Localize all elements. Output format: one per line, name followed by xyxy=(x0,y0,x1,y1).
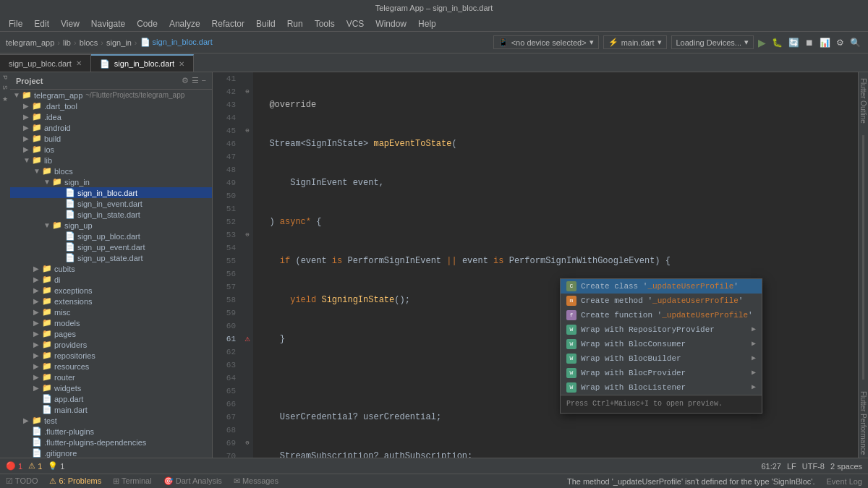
layout-icon[interactable]: ☰ xyxy=(192,76,199,85)
minimize-icon[interactable]: − xyxy=(202,76,206,85)
profile-icon[interactable]: 📊 xyxy=(818,36,832,49)
tree-misc[interactable]: ▶ 📁 misc xyxy=(10,307,212,317)
tree-gitignore[interactable]: 📄 .gitignore xyxy=(10,448,212,458)
menu-window[interactable]: Window xyxy=(370,17,412,30)
tree-repositories[interactable]: ▶ 📁 repositories xyxy=(10,350,212,361)
sidebar-structure-icon[interactable]: S xyxy=(1,85,9,90)
menu-tools[interactable]: Tools xyxy=(309,17,341,30)
search-everywhere-icon[interactable]: 🔍 xyxy=(848,36,862,49)
main-dart-selector[interactable]: ⚡ main.dart ▾ xyxy=(603,35,667,49)
tree-models-label: models xyxy=(54,319,80,328)
loading-selector[interactable]: Loading Devices... ▾ xyxy=(671,35,754,49)
tree-router[interactable]: ▶ 📁 router xyxy=(10,372,212,382)
gutter-42[interactable]: ⊖ xyxy=(242,85,253,98)
stop-icon[interactable]: ⏹ xyxy=(804,36,815,49)
tree-build[interactable]: ▶ 📁 build xyxy=(10,133,212,144)
tree-blocs[interactable]: ▼ 📁 blocs xyxy=(10,166,212,176)
ac-wrap-blocprovider[interactable]: W Wrap with BlocProvider ▶ xyxy=(561,366,762,380)
tree-widgets[interactable]: ▶ 📁 widgets xyxy=(10,382,212,393)
menu-build[interactable]: Build xyxy=(250,17,281,30)
menu-navigate[interactable]: Navigate xyxy=(85,17,131,30)
code-content[interactable]: @override Stream<SignInState> mapEventTo… xyxy=(253,72,858,458)
tree-idea[interactable]: ▶ 📁 .idea xyxy=(10,111,212,122)
menu-vcs[interactable]: VCS xyxy=(341,17,370,30)
status-warnings[interactable]: ⚠ 1 xyxy=(28,461,42,471)
tree-android[interactable]: ▶ 📁 android xyxy=(10,122,212,133)
gutter-69[interactable]: ⊖ xyxy=(242,437,253,450)
code-editor[interactable]: 41 42 43 44 45 46 47 48 49 50 51 52 53 5… xyxy=(213,72,858,458)
tree-pages[interactable]: ▶ 📁 pages xyxy=(10,328,212,339)
debug-icon[interactable]: 🐛 xyxy=(770,36,784,49)
tree-ios[interactable]: ▶ 📁 ios xyxy=(10,144,212,155)
ac-create-function[interactable]: f Create function '_updateUserProfile' xyxy=(561,308,762,322)
sidebar-project-icon[interactable]: P xyxy=(1,75,9,80)
menu-run[interactable]: Run xyxy=(281,17,309,30)
flutter-performance-label[interactable]: Flutter Performance xyxy=(859,388,867,458)
tree-sign-in[interactable]: ▼ 📁 sign_in xyxy=(10,176,212,187)
tab-sign-in-bloc[interactable]: 📄 sign_in_bloc.dart ✕ xyxy=(91,54,194,72)
flutter-outline-label[interactable]: Flutter Outline xyxy=(859,75,867,127)
tree-sign-in-bloc[interactable]: 📄 sign_in_bloc.dart xyxy=(10,187,212,198)
tab-sign-up-bloc[interactable]: sign_up_bloc.dart ✕ xyxy=(0,54,91,72)
tree-main-dart[interactable]: 📄 main.dart xyxy=(10,404,212,415)
tree-app-dart[interactable]: 📄 app.dart xyxy=(10,393,212,404)
tree-models[interactable]: ▶ 📁 models xyxy=(10,317,212,328)
tree-sign-up-bloc[interactable]: 📄 sign_up_bloc.dart xyxy=(10,231,212,241)
ac-wrap-blocconsumer[interactable]: W Wrap with BlocConsumer ▶ xyxy=(561,337,762,351)
ac-create-method[interactable]: m Create method '_updateUserProfile' xyxy=(561,294,762,308)
run-button[interactable]: ▶ xyxy=(758,37,766,48)
chevron-right-icon: ▶ xyxy=(752,367,756,380)
settings-icon[interactable]: ⚙ xyxy=(835,36,846,49)
bottom-messages[interactable]: ✉ Messages xyxy=(234,476,278,486)
bottom-problems[interactable]: ⚠ 6: Problems xyxy=(49,476,101,486)
tree-cubits[interactable]: ▶ 📁 cubits xyxy=(10,263,212,274)
tree-resources[interactable]: ▶ 📁 resources xyxy=(10,361,212,372)
status-indent[interactable]: 2 spaces xyxy=(830,462,862,471)
sidebar-favorites-icon[interactable]: ★ xyxy=(1,95,9,103)
tab-sign-up-close-icon[interactable]: ✕ xyxy=(76,59,82,67)
tree-dart-tool[interactable]: ▶ 📁 .dart_tool xyxy=(10,100,212,111)
gear-icon[interactable]: ⚙ xyxy=(182,76,189,85)
bottom-todo[interactable]: ☑ TODO xyxy=(6,476,38,486)
tree-di[interactable]: ▶ 📁 di xyxy=(10,274,212,285)
position-text: 61:27 xyxy=(761,462,781,471)
status-line-endings[interactable]: LF xyxy=(787,462,796,471)
tree-root[interactable]: ▼ 📁 telegram_app ~/FlutterProjects/teleg… xyxy=(10,90,212,100)
tree-test[interactable]: ▶ 📁 test xyxy=(10,415,212,426)
tree-lib[interactable]: ▼ 📁 lib xyxy=(10,155,212,166)
menu-analyze[interactable]: Analyze xyxy=(163,17,206,30)
menu-help[interactable]: Help xyxy=(412,17,442,30)
code-line-49: UserCredential? userCredential; xyxy=(259,411,858,424)
menu-refactor[interactable]: Refactor xyxy=(206,17,250,30)
status-hints[interactable]: 💡 1 xyxy=(48,461,64,471)
tree-sign-in-event[interactable]: 📄 sign_in_event.dart xyxy=(10,198,212,209)
menu-edit[interactable]: Edit xyxy=(28,17,55,30)
menu-file[interactable]: File xyxy=(3,17,28,30)
status-errors[interactable]: 🔴 1 xyxy=(6,461,22,471)
tree-sign-up[interactable]: ▼ 📁 sign_up xyxy=(10,220,212,231)
ac-wrap-bloclistener[interactable]: W Wrap with BlocListener ▶ xyxy=(561,380,762,395)
event-log-button[interactable]: Event Log xyxy=(826,477,862,486)
gutter-53[interactable]: ⊖ xyxy=(242,228,253,241)
menu-code[interactable]: Code xyxy=(131,17,163,30)
tree-sign-up-event[interactable]: 📄 sign_up_event.dart xyxy=(10,241,212,252)
status-encoding[interactable]: UTF-8 xyxy=(802,462,825,471)
tab-sign-in-close-icon[interactable]: ✕ xyxy=(179,60,184,68)
gutter-45[interactable]: ⊖ xyxy=(242,124,253,137)
menu-view[interactable]: View xyxy=(55,17,85,30)
bottom-dart-analysis[interactable]: 🎯 Dart Analysis xyxy=(163,476,222,486)
tree-flutter-plugins[interactable]: 📄 .flutter-plugins xyxy=(10,426,212,437)
tree-flutter-plugins-dep[interactable]: 📄 .flutter-plugins-dependencies xyxy=(10,437,212,448)
tree-extensions[interactable]: ▶ 📁 extensions xyxy=(10,296,212,307)
reload-icon[interactable]: 🔄 xyxy=(787,36,801,49)
tree-providers[interactable]: ▶ 📁 providers xyxy=(10,339,212,350)
device-selector[interactable]: 📱 <no device selected> ▾ xyxy=(493,35,599,49)
tree-exceptions[interactable]: ▶ 📁 exceptions xyxy=(10,285,212,296)
bottom-terminal[interactable]: ⊞ Terminal xyxy=(113,476,151,486)
tree-sign-in-state[interactable]: 📄 sign_in_state.dart xyxy=(10,209,212,220)
ac-create-class[interactable]: C Create class '_updateUserProfile' xyxy=(561,279,762,294)
tree-sign-up-state[interactable]: 📄 sign_up_state.dart xyxy=(10,252,212,263)
autocomplete-dropdown[interactable]: C Create class '_updateUserProfile' m Cr… xyxy=(560,278,762,414)
ac-wrap-repository[interactable]: W Wrap with RepositoryProvider ▶ xyxy=(561,322,762,337)
ac-wrap-blocbuilder[interactable]: W Wrap with BlocBuilder ▶ xyxy=(561,351,762,366)
